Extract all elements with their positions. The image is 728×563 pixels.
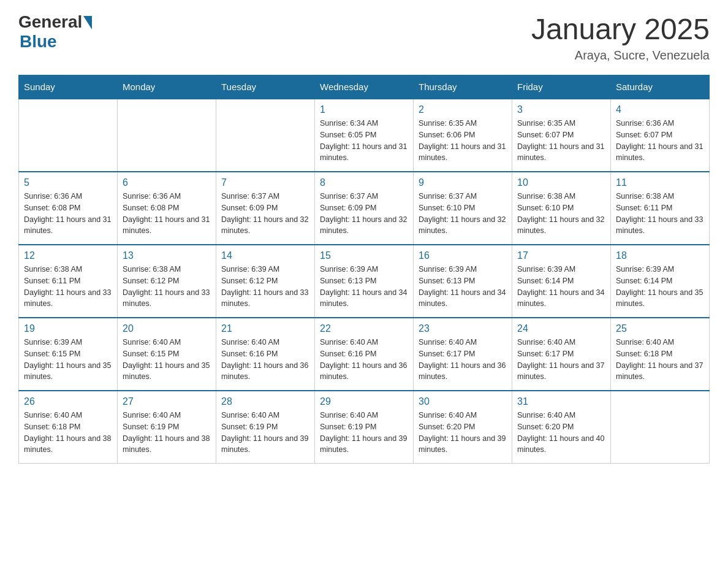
calendar-cell: 31Sunrise: 6:40 AM Sunset: 6:20 PM Dayli… (512, 391, 611, 464)
calendar-cell: 25Sunrise: 6:40 AM Sunset: 6:18 PM Dayli… (611, 318, 710, 391)
day-number: 26 (24, 396, 112, 407)
page-header: General Blue January 2025 Araya, Sucre, … (18, 12, 710, 63)
day-info: Sunrise: 6:37 AM Sunset: 6:10 PM Dayligh… (419, 191, 507, 237)
location-text: Araya, Sucre, Venezuela (531, 48, 710, 63)
logo-general-text: General (18, 12, 82, 32)
day-number: 19 (24, 323, 112, 334)
day-info: Sunrise: 6:40 AM Sunset: 6:15 PM Dayligh… (123, 337, 211, 383)
calendar-cell: 29Sunrise: 6:40 AM Sunset: 6:19 PM Dayli… (315, 391, 414, 464)
day-number: 23 (419, 323, 507, 334)
day-info: Sunrise: 6:38 AM Sunset: 6:10 PM Dayligh… (517, 191, 605, 237)
calendar-cell: 16Sunrise: 6:39 AM Sunset: 6:13 PM Dayli… (414, 245, 512, 318)
day-number: 28 (221, 396, 309, 407)
calendar-cell: 30Sunrise: 6:40 AM Sunset: 6:20 PM Dayli… (414, 391, 512, 464)
day-info: Sunrise: 6:36 AM Sunset: 6:07 PM Dayligh… (616, 118, 704, 164)
day-info: Sunrise: 6:34 AM Sunset: 6:05 PM Dayligh… (320, 118, 408, 164)
calendar-cell: 22Sunrise: 6:40 AM Sunset: 6:16 PM Dayli… (315, 318, 414, 391)
day-number: 15 (320, 250, 408, 261)
day-number: 8 (320, 177, 408, 188)
day-number: 30 (419, 396, 507, 407)
day-info: Sunrise: 6:39 AM Sunset: 6:14 PM Dayligh… (517, 264, 605, 310)
calendar-cell: 28Sunrise: 6:40 AM Sunset: 6:19 PM Dayli… (216, 391, 315, 464)
day-number: 11 (616, 177, 704, 188)
day-info: Sunrise: 6:37 AM Sunset: 6:09 PM Dayligh… (320, 191, 408, 237)
title-section: January 2025 Araya, Sucre, Venezuela (531, 12, 710, 63)
calendar-cell: 14Sunrise: 6:39 AM Sunset: 6:12 PM Dayli… (216, 245, 315, 318)
calendar-header-row: SundayMondayTuesdayWednesdayThursdayFrid… (19, 75, 710, 99)
day-of-week-thursday: Thursday (414, 75, 512, 99)
logo-blue-text: Blue (20, 32, 57, 52)
logo-triangle-icon (83, 16, 92, 29)
day-number: 20 (123, 323, 211, 334)
day-number: 3 (517, 104, 605, 115)
calendar-week-row: 5Sunrise: 6:36 AM Sunset: 6:08 PM Daylig… (19, 172, 710, 245)
calendar-cell: 7Sunrise: 6:37 AM Sunset: 6:09 PM Daylig… (216, 172, 315, 245)
day-info: Sunrise: 6:35 AM Sunset: 6:06 PM Dayligh… (419, 118, 507, 164)
calendar-cell: 21Sunrise: 6:40 AM Sunset: 6:16 PM Dayli… (216, 318, 315, 391)
calendar-cell (611, 391, 710, 464)
calendar-cell: 27Sunrise: 6:40 AM Sunset: 6:19 PM Dayli… (118, 391, 216, 464)
day-info: Sunrise: 6:40 AM Sunset: 6:16 PM Dayligh… (320, 337, 408, 383)
day-number: 21 (221, 323, 309, 334)
day-info: Sunrise: 6:40 AM Sunset: 6:17 PM Dayligh… (419, 337, 507, 383)
day-of-week-friday: Friday (512, 75, 611, 99)
day-info: Sunrise: 6:36 AM Sunset: 6:08 PM Dayligh… (24, 191, 112, 237)
day-number: 29 (320, 396, 408, 407)
calendar-cell: 26Sunrise: 6:40 AM Sunset: 6:18 PM Dayli… (19, 391, 118, 464)
calendar-week-row: 26Sunrise: 6:40 AM Sunset: 6:18 PM Dayli… (19, 391, 710, 464)
day-info: Sunrise: 6:37 AM Sunset: 6:09 PM Dayligh… (221, 191, 309, 237)
day-number: 14 (221, 250, 309, 261)
calendar-cell: 19Sunrise: 6:39 AM Sunset: 6:15 PM Dayli… (19, 318, 118, 391)
day-number: 27 (123, 396, 211, 407)
calendar-cell: 18Sunrise: 6:39 AM Sunset: 6:14 PM Dayli… (611, 245, 710, 318)
day-info: Sunrise: 6:40 AM Sunset: 6:20 PM Dayligh… (517, 410, 605, 456)
calendar-cell: 8Sunrise: 6:37 AM Sunset: 6:09 PM Daylig… (315, 172, 414, 245)
calendar-cell (118, 99, 216, 172)
calendar-cell: 5Sunrise: 6:36 AM Sunset: 6:08 PM Daylig… (19, 172, 118, 245)
calendar-cell: 1Sunrise: 6:34 AM Sunset: 6:05 PM Daylig… (315, 99, 414, 172)
day-number: 13 (123, 250, 211, 261)
calendar-cell (19, 99, 118, 172)
day-info: Sunrise: 6:38 AM Sunset: 6:12 PM Dayligh… (123, 264, 211, 310)
calendar-cell: 3Sunrise: 6:35 AM Sunset: 6:07 PM Daylig… (512, 99, 611, 172)
calendar-cell: 12Sunrise: 6:38 AM Sunset: 6:11 PM Dayli… (19, 245, 118, 318)
day-number: 16 (419, 250, 507, 261)
day-info: Sunrise: 6:39 AM Sunset: 6:13 PM Dayligh… (419, 264, 507, 310)
day-number: 18 (616, 250, 704, 261)
day-info: Sunrise: 6:36 AM Sunset: 6:08 PM Dayligh… (123, 191, 211, 237)
day-info: Sunrise: 6:39 AM Sunset: 6:15 PM Dayligh… (24, 337, 112, 383)
calendar-cell: 24Sunrise: 6:40 AM Sunset: 6:17 PM Dayli… (512, 318, 611, 391)
day-info: Sunrise: 6:38 AM Sunset: 6:11 PM Dayligh… (616, 191, 704, 237)
calendar-cell: 11Sunrise: 6:38 AM Sunset: 6:11 PM Dayli… (611, 172, 710, 245)
day-number: 10 (517, 177, 605, 188)
calendar-cell: 17Sunrise: 6:39 AM Sunset: 6:14 PM Dayli… (512, 245, 611, 318)
day-info: Sunrise: 6:40 AM Sunset: 6:20 PM Dayligh… (419, 410, 507, 456)
day-number: 9 (419, 177, 507, 188)
day-of-week-monday: Monday (118, 75, 216, 99)
day-number: 17 (517, 250, 605, 261)
day-info: Sunrise: 6:39 AM Sunset: 6:13 PM Dayligh… (320, 264, 408, 310)
day-number: 5 (24, 177, 112, 188)
day-of-week-sunday: Sunday (19, 75, 118, 99)
calendar-week-row: 1Sunrise: 6:34 AM Sunset: 6:05 PM Daylig… (19, 99, 710, 172)
day-number: 2 (419, 104, 507, 115)
day-number: 24 (517, 323, 605, 334)
day-number: 1 (320, 104, 408, 115)
calendar-cell: 23Sunrise: 6:40 AM Sunset: 6:17 PM Dayli… (414, 318, 512, 391)
month-title: January 2025 (531, 12, 710, 46)
calendar-week-row: 12Sunrise: 6:38 AM Sunset: 6:11 PM Dayli… (19, 245, 710, 318)
calendar-cell: 20Sunrise: 6:40 AM Sunset: 6:15 PM Dayli… (118, 318, 216, 391)
day-number: 12 (24, 250, 112, 261)
calendar-cell: 2Sunrise: 6:35 AM Sunset: 6:06 PM Daylig… (414, 99, 512, 172)
calendar-cell: 13Sunrise: 6:38 AM Sunset: 6:12 PM Dayli… (118, 245, 216, 318)
calendar-week-row: 19Sunrise: 6:39 AM Sunset: 6:15 PM Dayli… (19, 318, 710, 391)
day-number: 22 (320, 323, 408, 334)
day-number: 4 (616, 104, 704, 115)
day-info: Sunrise: 6:40 AM Sunset: 6:18 PM Dayligh… (616, 337, 704, 383)
day-info: Sunrise: 6:39 AM Sunset: 6:14 PM Dayligh… (616, 264, 704, 310)
calendar-cell: 4Sunrise: 6:36 AM Sunset: 6:07 PM Daylig… (611, 99, 710, 172)
day-number: 31 (517, 396, 605, 407)
day-info: Sunrise: 6:40 AM Sunset: 6:17 PM Dayligh… (517, 337, 605, 383)
day-of-week-tuesday: Tuesday (216, 75, 315, 99)
day-info: Sunrise: 6:40 AM Sunset: 6:19 PM Dayligh… (320, 410, 408, 456)
